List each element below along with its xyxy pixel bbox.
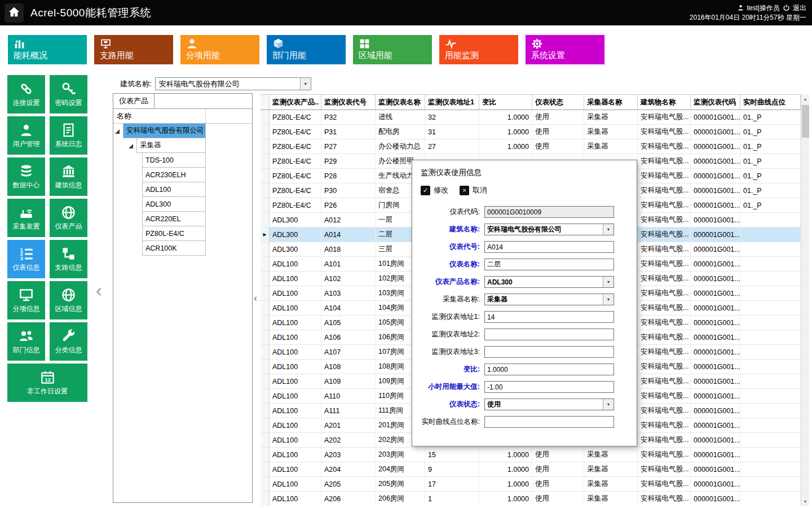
field-select[interactable]: 采集器▼ <box>484 294 614 305</box>
field-input[interactable] <box>484 381 614 393</box>
sidebar-item-password-settings[interactable]: 密码设置 <box>50 75 87 113</box>
nav-tab-energy-monitor[interactable]: 用能监测 <box>439 35 518 64</box>
tree-collapse-icon[interactable]: ‹ <box>254 292 257 303</box>
column-header[interactable]: 采集器名称 <box>584 95 638 110</box>
table-row[interactable]: ADL100A206206房间11.0000使用采集器安科瑞电气股...0000… <box>261 492 801 506</box>
tree-node[interactable]: ADL300 <box>113 197 252 212</box>
field-input[interactable] <box>484 259 614 270</box>
logout-button[interactable]: 退出 <box>793 3 806 13</box>
sidebar-item-connection-settings[interactable]: 连接设置 <box>7 75 45 113</box>
table-scrollbar[interactable]: ▲ ▼ <box>801 94 809 506</box>
field-select[interactable]: 使用▼ <box>484 398 614 410</box>
tree-expander-icon[interactable] <box>115 129 120 134</box>
nav-tab-subentry-energy[interactable]: 分项用能 <box>180 35 259 64</box>
nav-tab-department-energy[interactable]: 部门用能 <box>267 35 346 64</box>
column-header[interactable]: 监测仪表名称 <box>376 95 425 110</box>
tree-node[interactable]: ACR100K <box>113 241 252 256</box>
column-header[interactable]: 变比 <box>479 95 532 110</box>
chevron-down-icon[interactable]: ▼ <box>603 224 614 235</box>
tree-node[interactable]: PZ80L-E4/C <box>113 226 252 241</box>
nav-tab-branch-energy[interactable]: 支路用能 <box>94 35 173 64</box>
key-icon <box>61 81 76 97</box>
tree-node-label[interactable]: ACR220EL <box>142 211 206 226</box>
sidebar-item-branch-info[interactable]: 支路信息 <box>50 240 87 278</box>
tree-expander-icon[interactable] <box>129 144 133 148</box>
sidebar-item-holiday-settings[interactable]: 12非工作日设置 <box>7 364 87 402</box>
table-row[interactable]: ADL100A205205房间171.0000使用采集器安科瑞电气股...000… <box>261 477 801 492</box>
cancel-button[interactable]: ×取消 <box>460 185 487 195</box>
field-input[interactable] <box>484 416 614 428</box>
table-cell: A012 <box>321 213 376 227</box>
home-button[interactable] <box>5 3 24 23</box>
tree-node-label[interactable]: ACR100K <box>142 240 206 256</box>
tree-node[interactable]: ACR220EL <box>113 212 252 226</box>
field-input[interactable] <box>484 364 614 375</box>
tree-node[interactable]: ADL100 <box>113 182 252 197</box>
sidebar-item-system-log[interactable]: 系统日志 <box>50 116 87 155</box>
column-header[interactable]: 监测仪表产品.. <box>270 95 321 110</box>
tree-node[interactable]: 安科瑞电气股份有限公司 <box>113 124 252 138</box>
tree-node-label[interactable]: 采集器 <box>136 138 206 153</box>
column-header[interactable]: 监测仪表代码 <box>691 95 740 110</box>
scroll-down-icon[interactable]: ▼ <box>801 497 809 506</box>
field-select[interactable]: 安科瑞电气股份有限公司▼ <box>484 224 614 235</box>
tree-node[interactable]: ACR230ELH <box>113 168 252 182</box>
column-header[interactable]: 监测仪表地址1 <box>425 95 479 110</box>
row-header <box>261 183 270 198</box>
sidebar-collapse-icon[interactable]: ‹ <box>96 281 102 299</box>
chevron-down-icon[interactable]: ▼ <box>300 78 311 90</box>
nav-tab-system-settings[interactable]: 系统设置 <box>526 35 604 64</box>
column-header[interactable]: 建筑物名称 <box>638 95 691 110</box>
tree-node-label[interactable]: ADL300 <box>142 196 206 212</box>
table-row[interactable]: PZ80L-E4/CP27办公楼动力总271.0000使用采集器安科瑞电气股..… <box>261 139 801 154</box>
nav-tab-region-energy[interactable]: 区域用能 <box>353 35 432 64</box>
tree-node-label[interactable]: ACR230ELH <box>142 167 206 182</box>
table-cell: A104 <box>321 301 376 315</box>
tree-node-label[interactable]: 安科瑞电气股份有限公司 <box>123 123 206 138</box>
table-cell: 204房间 <box>376 462 425 476</box>
field-input[interactable] <box>484 346 614 358</box>
table-cell: A110 <box>321 389 376 403</box>
chevron-down-icon[interactable]: ▼ <box>603 277 614 287</box>
row-header-stub <box>261 95 270 110</box>
chevron-down-icon[interactable]: ▼ <box>603 294 614 305</box>
building-select[interactable]: 安科瑞电气股份有限公司 ▼ <box>155 77 311 90</box>
sidebar-item-subentry-info[interactable]: 分项信息 <box>7 281 45 319</box>
sidebar-item-category-info[interactable]: 分类信息 <box>50 322 87 361</box>
sidebar-item-meter-info[interactable]: 123仪表信息 <box>7 240 45 278</box>
modify-button[interactable]: ✓修改 <box>421 185 448 195</box>
sidebar-item-user-management[interactable]: 用户管理 <box>7 116 45 155</box>
column-header[interactable]: 实时曲线点位 <box>740 95 801 110</box>
sidebar-item-department-info[interactable]: 部门信息 <box>7 322 45 361</box>
table-row[interactable]: PZ80L-E4/CP32进线321.0000使用采集器安科瑞电气股...000… <box>261 110 801 125</box>
scroll-up-icon[interactable]: ▲ <box>801 94 809 103</box>
tree-node[interactable]: 采集器 <box>113 138 252 153</box>
field-input[interactable] <box>484 206 614 218</box>
table-cell: P26 <box>321 198 376 212</box>
chevron-down-icon[interactable]: ▼ <box>603 399 614 410</box>
sidebar-item-region-info[interactable]: 区域信息 <box>50 281 87 319</box>
scrollbar-thumb[interactable] <box>802 105 809 138</box>
tree-node-label[interactable]: PZ80L-E4/C <box>142 226 206 241</box>
field-select[interactable]: ADL300▼ <box>484 276 614 288</box>
nav-tab-energy-overview[interactable]: 能耗概况 <box>8 35 87 64</box>
field-input[interactable] <box>484 311 614 323</box>
table-row[interactable]: ADL100A204204房间91.0000使用采集器安科瑞电气股...0000… <box>261 462 801 477</box>
table-row[interactable]: ADL100A203203房间151.0000使用采集器安科瑞电气股...000… <box>261 448 801 462</box>
field-input[interactable] <box>484 329 614 340</box>
table-row[interactable]: PZ80L-E4/CP31配电房311.0000使用采集器安科瑞电气股...00… <box>261 125 801 139</box>
row-header <box>261 374 270 388</box>
tree-node-label[interactable]: ADL100 <box>142 182 206 197</box>
table-cell: 安科瑞电气股... <box>638 257 691 271</box>
table-cell: P29 <box>321 154 376 168</box>
sidebar-item-data-center[interactable]: 数据中心 <box>7 157 45 196</box>
sidebar-item-meter-product[interactable]: 仪表产品 <box>50 199 87 237</box>
field-input[interactable] <box>484 241 614 253</box>
tree-node-label[interactable]: TDS-100 <box>142 152 206 168</box>
tab-meter-product[interactable]: 仪表产品 <box>113 94 155 108</box>
sidebar-item-building-info[interactable]: 建筑信息 <box>50 157 87 196</box>
column-header[interactable]: 监测仪表代号 <box>321 95 376 110</box>
sidebar-item-collector-device[interactable]: 采集装置 <box>7 199 45 237</box>
tree-node[interactable]: TDS-100 <box>113 153 252 168</box>
column-header[interactable]: 仪表状态 <box>532 95 584 110</box>
